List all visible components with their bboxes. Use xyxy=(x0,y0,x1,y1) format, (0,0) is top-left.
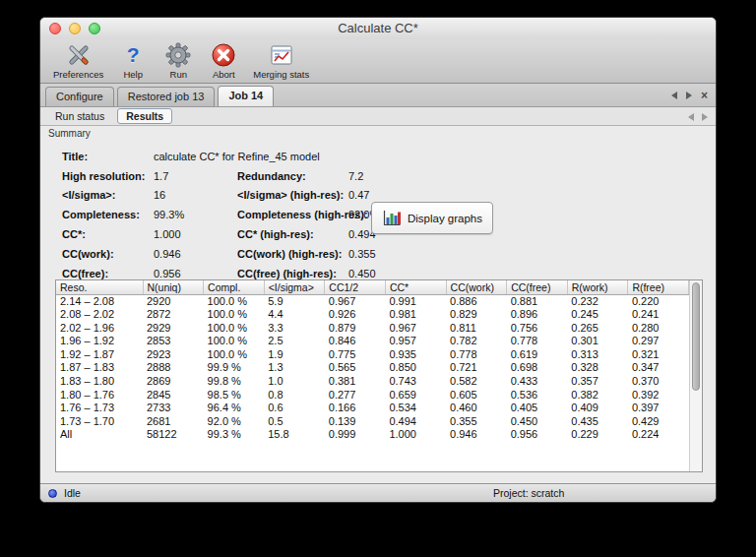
table-row[interactable]: 1.92 – 1.872923100.0 %1.90.7750.9350.778… xyxy=(56,348,689,362)
table-cell: 3.3 xyxy=(264,322,325,336)
table-cell: 0.721 xyxy=(446,361,507,375)
table-cell: 1.87 – 1.83 xyxy=(56,361,143,375)
preferences-button[interactable]: Preferences xyxy=(46,41,110,80)
minimize-window-button[interactable] xyxy=(69,23,81,34)
table-cell: 0.999 xyxy=(325,428,386,442)
table-cell: 92.0 % xyxy=(204,415,265,429)
table-cell: 0.886 xyxy=(446,294,507,308)
table-row[interactable]: 1.96 – 1.922853100.0 %2.50.8460.9570.782… xyxy=(56,335,689,348)
table-row[interactable]: 2.02 – 1.962929100.0 %3.30.8790.9670.811… xyxy=(56,322,689,336)
tab-restored-job-13[interactable]: Restored job 13 xyxy=(117,87,216,106)
column-header[interactable]: Reso. xyxy=(56,280,143,294)
subtab-scroll-left-icon[interactable] xyxy=(688,113,694,121)
close-window-button[interactable] xyxy=(49,23,61,34)
column-header[interactable]: <I/sigma> xyxy=(264,280,325,294)
table-cell: 1.83 – 1.80 xyxy=(56,375,143,389)
tab-close-icon[interactable]: × xyxy=(701,91,708,100)
zoom-window-button[interactable] xyxy=(89,23,100,34)
titlebar[interactable]: Calculate CC* xyxy=(40,18,716,39)
table-cell: 2733 xyxy=(143,402,204,415)
table-scrollbar[interactable] xyxy=(689,280,702,471)
table-cell: 0.220 xyxy=(628,294,689,308)
table-cell: 1.96 – 1.92 xyxy=(56,335,143,348)
tab-scroll-right-icon[interactable] xyxy=(686,92,692,99)
summary-value: 0.47 xyxy=(348,189,379,201)
table-cell: 1.3 xyxy=(264,361,325,375)
column-header[interactable]: R(work) xyxy=(567,280,628,294)
summary-value: 16 xyxy=(154,189,237,201)
table-cell: 0.582 xyxy=(446,375,507,389)
table-cell: 2.5 xyxy=(264,335,325,348)
table-scrollbar-thumb[interactable] xyxy=(692,282,700,391)
tab-job-14[interactable]: Job 14 xyxy=(218,86,274,106)
table-row[interactable]: 1.73 – 1.70268192.0 %0.50.1390.4940.3550… xyxy=(56,415,689,429)
table-cell: 1.92 – 1.87 xyxy=(56,348,143,362)
table-row[interactable]: 1.83 – 1.80286999.8 %1.00.3810.7430.5820… xyxy=(56,375,689,389)
column-header[interactable]: Compl. xyxy=(204,280,265,294)
column-header[interactable]: CC1/2 xyxy=(325,280,386,294)
results-table-header-row: Reso.N(uniq)Compl.<I/sigma>CC1/2CC*CC(wo… xyxy=(56,280,689,294)
summary-label: CC* (high-res): xyxy=(237,228,348,240)
table-cell: 0.409 xyxy=(567,402,628,415)
table-cell: 0.926 xyxy=(325,308,386,322)
summary-label: High resolution: xyxy=(62,170,154,182)
summary-label: <I/sigma> (high-res): xyxy=(237,189,348,201)
table-row[interactable]: 1.87 – 1.83288899.9 %1.30.5650.8500.7210… xyxy=(56,361,689,375)
summary-grid: Title: calculate CC* for Refine_45 model… xyxy=(62,147,379,283)
table-cell: 0.382 xyxy=(567,389,628,402)
help-button[interactable]: ? Help xyxy=(110,41,156,80)
table-cell: 0.494 xyxy=(385,415,446,429)
summary-value: 99.3% xyxy=(154,209,237,220)
table-cell: 2681 xyxy=(143,415,204,429)
run-gear-icon xyxy=(165,42,191,68)
tab-configure[interactable]: Configure xyxy=(45,87,114,106)
table-row[interactable]: 1.80 – 1.76284598.5 %0.80.2770.6590.6050… xyxy=(56,389,689,402)
table-cell: 1.76 – 1.73 xyxy=(56,402,143,415)
subtab-run-status[interactable]: Run status xyxy=(47,109,112,123)
table-cell: 2929 xyxy=(143,322,204,336)
merging-stats-button[interactable]: Merging stats xyxy=(246,41,316,80)
table-cell: 0.5 xyxy=(264,415,325,429)
summary-label: CC(work): xyxy=(62,248,154,260)
table-row[interactable]: 1.76 – 1.73273396.4 %0.60.1660.5340.4600… xyxy=(56,402,689,415)
summary-value: 1.7 xyxy=(154,170,237,182)
table-cell: 2845 xyxy=(143,389,204,402)
table-cell: 0.536 xyxy=(507,389,568,402)
table-cell: 2.08 – 2.02 xyxy=(56,308,143,322)
table-cell: 0.321 xyxy=(628,348,689,362)
subtab-scroll-right-icon[interactable] xyxy=(702,113,708,121)
table-cell: 0.370 xyxy=(628,375,689,389)
column-header[interactable]: CC(free) xyxy=(507,280,568,294)
results-pane: Title: calculate CC* for Refine_45 model… xyxy=(40,141,716,483)
column-header[interactable]: R(free) xyxy=(628,280,689,294)
table-cell: 100.0 % xyxy=(204,335,265,348)
summary-value: 0.355 xyxy=(348,248,379,260)
column-header[interactable]: N(uniq) xyxy=(143,280,204,294)
column-header[interactable]: CC(work) xyxy=(446,280,507,294)
table-cell: 1.80 – 1.76 xyxy=(56,389,143,402)
project-label: Project: scratch xyxy=(493,487,564,499)
summary-label: Completeness: xyxy=(62,209,154,220)
table-row[interactable]: All5812299.3 %15.80.9991.0000.9460.9560.… xyxy=(56,428,689,442)
summary-label: CC(free): xyxy=(62,268,154,279)
status-indicator-icon xyxy=(48,489,57,498)
table-cell: 2888 xyxy=(143,361,204,375)
column-header[interactable]: CC* xyxy=(385,280,446,294)
table-row[interactable]: 2.14 – 2.082920100.0 %5.90.9670.9910.886… xyxy=(56,294,689,308)
table-cell: 0.881 xyxy=(507,294,568,308)
table-cell: 99.9 % xyxy=(204,361,265,375)
table-row[interactable]: 2.08 – 2.022872100.0 %4.40.9260.9810.829… xyxy=(56,308,689,322)
abort-button[interactable]: Abort xyxy=(201,41,246,80)
table-cell: 0.981 xyxy=(385,308,446,322)
run-button[interactable]: Run xyxy=(156,41,201,80)
summary-label: CC(free) (high-res): xyxy=(237,268,348,279)
display-graphs-button[interactable]: Display graphs xyxy=(371,202,493,234)
table-cell: 0.277 xyxy=(325,389,386,402)
traffic-lights xyxy=(49,23,100,34)
run-label: Run xyxy=(170,69,187,80)
display-graphs-label: Display graphs xyxy=(408,213,482,224)
table-cell: 0.619 xyxy=(507,348,568,362)
subtab-results[interactable]: Results xyxy=(117,108,172,124)
tab-scroll-left-icon[interactable] xyxy=(671,92,677,99)
table-cell: 0.297 xyxy=(628,335,689,348)
